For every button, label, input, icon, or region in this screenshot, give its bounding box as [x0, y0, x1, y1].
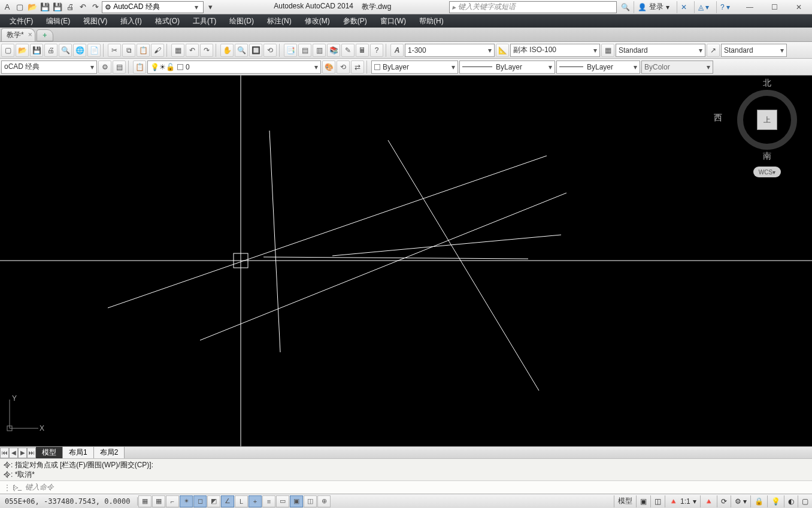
qp-button[interactable]: ▣	[290, 495, 303, 507]
anno-scale[interactable]: 🔺 1:1 ▾	[665, 495, 700, 507]
search-input[interactable]: ▸ 键入关键字或短语	[449, 1, 617, 13]
linetype-combo[interactable]: ByLayer▾	[459, 61, 555, 74]
app-menu-button[interactable]: A	[1, 1, 13, 13]
lwt-button[interactable]: ≡	[262, 495, 275, 507]
mleader-icon[interactable]: ↗	[707, 44, 720, 57]
saveas-icon[interactable]: 💾	[51, 1, 63, 13]
print-button[interactable]: 🖨	[44, 44, 57, 57]
layer-prev-button[interactable]: ⟲	[337, 61, 350, 74]
drawing-canvas[interactable]: Y X 北 上 西 东 南 WCS ▾	[0, 75, 812, 446]
cmd-grip-icon[interactable]: ⋮⋮	[4, 483, 10, 492]
dimstyle-combo[interactable]: 副本 ISO-100▾	[510, 44, 600, 57]
markup-button[interactable]: ✎	[341, 44, 355, 57]
polar-button[interactable]: ✴	[180, 495, 193, 507]
tab-layout1[interactable]: 布局1	[63, 447, 94, 458]
open-button[interactable]: 📂	[16, 44, 29, 57]
workspace-combo[interactable]: oCAD 经典▾	[1, 61, 97, 74]
model-paper-toggle[interactable]: 模型	[614, 495, 636, 507]
clean-screen-button[interactable]: ▢	[798, 495, 812, 507]
zoom-rt-button[interactable]: 🔍	[235, 44, 248, 57]
menu-tools[interactable]: 工具(T)	[187, 15, 222, 28]
3ddwf-button[interactable]: 📄	[87, 44, 101, 57]
matchprop-button[interactable]: 🖌	[151, 44, 164, 57]
tab-nav-last[interactable]: ⏭	[27, 447, 36, 458]
osnap-button[interactable]: ◻	[193, 495, 207, 507]
workspace-selector[interactable]: ⚙ AutoCAD 经典 ▾	[102, 1, 204, 13]
exchange-icon[interactable]: ✕	[677, 1, 690, 13]
viewcube-north[interactable]: 北	[732, 78, 802, 89]
dim-icon[interactable]: 📐	[496, 44, 509, 57]
isolate-button[interactable]: ◐	[784, 495, 798, 507]
workspace-settings-icon[interactable]: ⚙	[98, 61, 111, 74]
new-icon[interactable]: ▢	[14, 1, 26, 13]
menu-edit[interactable]: 编辑(E)	[40, 15, 76, 28]
designcenter-button[interactable]: ▤	[298, 44, 311, 57]
save-button[interactable]: 💾	[30, 44, 43, 57]
file-tab-active[interactable]: 教学* ×	[1, 28, 35, 41]
undo-button[interactable]: ↶	[186, 44, 199, 57]
anno-auto-button[interactable]: ⟳	[717, 495, 731, 507]
menu-help[interactable]: 帮助(H)	[413, 15, 450, 28]
lineweight-combo[interactable]: ByLayer▾	[556, 61, 640, 74]
redo-icon[interactable]: ↷	[89, 1, 101, 13]
otrack-button[interactable]: ∠	[221, 495, 234, 507]
hardware-accel-button[interactable]: 💡	[767, 495, 784, 507]
layer-props-button[interactable]: 📋	[133, 61, 146, 74]
print-icon[interactable]: 🖨	[64, 1, 76, 13]
wcs-badge[interactable]: WCS ▾	[753, 167, 781, 177]
login-button[interactable]: 👤 登录 ▾	[634, 1, 673, 13]
close-button[interactable]: ✕	[787, 1, 811, 13]
tab-nav-first[interactable]: ⏮	[0, 447, 9, 458]
layer-state-button[interactable]: ⇄	[351, 61, 364, 74]
toolpalettes-button[interactable]: ▥	[313, 44, 326, 57]
paste-button[interactable]: 📋	[137, 44, 150, 57]
block-button[interactable]: ▦	[171, 44, 184, 57]
3dosnap-button[interactable]: ◩	[207, 495, 220, 507]
snap-button[interactable]: ▦	[138, 495, 152, 507]
layer-combo[interactable]: 💡 ☀ 🔓 0 ▾	[147, 61, 321, 74]
copy-button[interactable]: ⧉	[122, 44, 135, 57]
textstyle-icon[interactable]: A	[390, 44, 404, 57]
sc-button[interactable]: ◫	[304, 495, 317, 507]
tab-nav-prev[interactable]: ◀	[9, 447, 18, 458]
menu-window[interactable]: 窗口(W)	[374, 15, 412, 28]
ortho-button[interactable]: ⌐	[166, 495, 179, 507]
dyn-button[interactable]: +	[249, 495, 262, 507]
cut-button[interactable]: ✂	[108, 44, 121, 57]
help-button[interactable]: ?	[370, 44, 383, 57]
help-icon[interactable]: ? ▾	[716, 1, 734, 13]
new-button[interactable]: ▢	[1, 44, 14, 57]
open-icon[interactable]: 📂	[26, 1, 38, 13]
view-cube[interactable]: 北 上 西 东 南 WCS ▾	[732, 81, 802, 177]
table-icon[interactable]: ▦	[601, 44, 614, 57]
undo-icon[interactable]: ↶	[77, 1, 89, 13]
menu-draw[interactable]: 绘图(D)	[223, 15, 260, 28]
tab-layout2[interactable]: 布局2	[94, 447, 125, 458]
textstyle-combo[interactable]: Standard▾	[616, 44, 705, 57]
viewcube-west[interactable]: 西	[714, 113, 722, 123]
layer-match-button[interactable]: 🎨	[322, 61, 335, 74]
ducs-button[interactable]: L	[235, 495, 248, 507]
anno-vis-button[interactable]: 🔺	[700, 495, 717, 507]
maximize-button[interactable]: ☐	[762, 1, 786, 13]
workspace-save-icon[interactable]: ▤	[113, 61, 126, 74]
quickview-button[interactable]: ◫	[650, 495, 665, 507]
menu-insert[interactable]: 插入(I)	[114, 15, 147, 28]
menu-file[interactable]: 文件(F)	[4, 15, 39, 28]
command-input[interactable]: ⋮⋮ ▷_ 键入命令	[0, 480, 812, 494]
am-button[interactable]: ⊕	[317, 495, 331, 507]
calc-button[interactable]: 🖩	[356, 44, 369, 57]
scale-combo[interactable]: 1-300▾	[405, 44, 495, 57]
sheetset-button[interactable]: 📚	[327, 44, 340, 57]
properties-button[interactable]: 📑	[284, 44, 297, 57]
menu-parametric[interactable]: 参数(P)	[337, 15, 373, 28]
color-combo[interactable]: ByLayer▾	[371, 61, 458, 74]
zoom-prev-button[interactable]: ⟲	[263, 44, 277, 57]
save-icon[interactable]: 💾	[39, 1, 51, 13]
qat-dropdown-icon[interactable]: ▾	[204, 1, 216, 13]
tab-close-icon[interactable]: ×	[28, 31, 32, 39]
layout-grid-button[interactable]: ▣	[636, 495, 650, 507]
tpy-button[interactable]: ▭	[276, 495, 289, 507]
viewcube-south[interactable]: 南	[732, 151, 802, 162]
menu-view[interactable]: 视图(V)	[77, 15, 113, 28]
